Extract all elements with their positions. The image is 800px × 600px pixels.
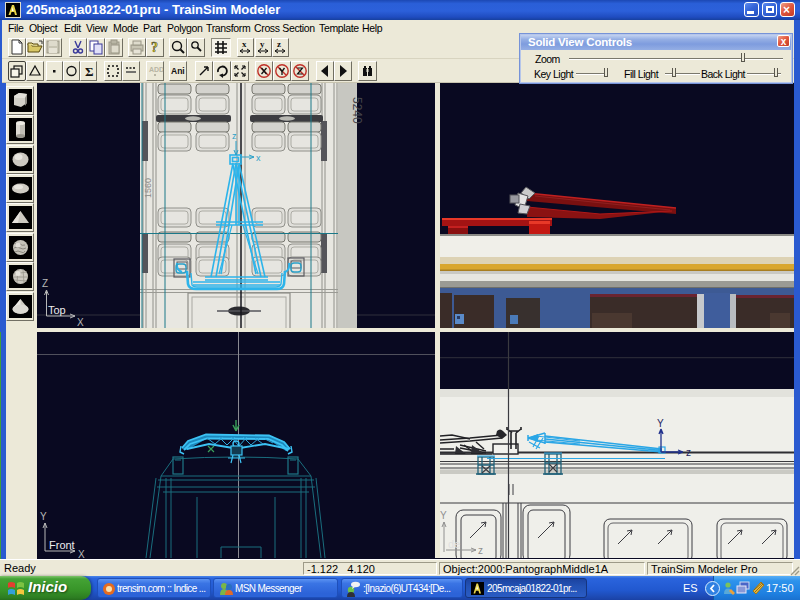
svg-text:Y: Y	[657, 418, 664, 429]
svg-text:x: x	[256, 153, 261, 163]
svg-text:Front: Front	[49, 539, 75, 551]
svg-text:5240: 5240	[350, 97, 364, 124]
svg-text:?: ?	[151, 40, 158, 55]
svg-text:Ani: Ani	[171, 66, 185, 76]
svg-text:X: X	[78, 549, 85, 558]
svg-text:y: y	[260, 39, 265, 49]
svg-text:X: X	[77, 317, 84, 328]
svg-text:de: de	[448, 538, 460, 550]
svg-text:Z: Z	[42, 278, 48, 289]
svg-text:Y: Y	[40, 511, 47, 522]
svg-text:1560: 1560	[143, 178, 153, 198]
svg-text:Y: Y	[440, 510, 447, 521]
svg-text:ADD: ADD	[149, 66, 163, 73]
svg-text:z: z	[478, 545, 483, 556]
svg-text:z: z	[277, 39, 281, 49]
svg-text:Σ: Σ	[85, 64, 94, 79]
svg-text:x: x	[242, 39, 247, 49]
svg-text:z: z	[686, 447, 691, 458]
svg-text:Top: Top	[48, 304, 66, 316]
svg-text:z: z	[232, 131, 237, 141]
